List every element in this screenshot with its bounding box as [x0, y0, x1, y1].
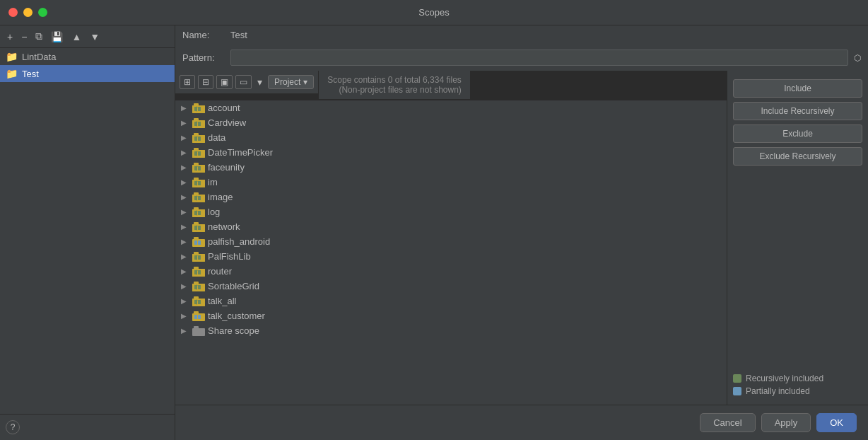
- exclude-recursively-button[interactable]: Exclude Recursively: [733, 147, 862, 166]
- remove-scope-button[interactable]: −: [18, 30, 30, 44]
- cancel-button[interactable]: Cancel: [700, 413, 755, 432]
- tree-arrow-icon: ▶: [181, 178, 189, 186]
- file-toolbar: ⊞ ⊟ ▣ ▭ ▾ Project ▾: [175, 71, 318, 93]
- svg-rect-48: [194, 196, 201, 197]
- flatten-packages-button[interactable]: ⊞: [180, 75, 195, 89]
- close-button[interactable]: [8, 8, 18, 17]
- tree-item[interactable]: ▶talk_customer: [175, 308, 727, 323]
- tree-arrow-icon: ▶: [181, 297, 189, 305]
- show-files-button[interactable]: ▭: [235, 75, 252, 89]
- pattern-label: Pattern:: [182, 52, 225, 63]
- name-row: Name: Test: [175, 25, 868, 45]
- tree-label: image: [208, 192, 233, 202]
- tree-item[interactable]: ▶SortableGrid: [175, 279, 727, 294]
- svg-rect-58: [194, 222, 199, 225]
- legend: Recursively included Partially included: [733, 374, 862, 396]
- titlebar-buttons: [8, 8, 47, 17]
- tree-item[interactable]: ▶Share scope: [175, 323, 727, 338]
- expand-button[interactable]: ⬡: [854, 53, 861, 63]
- scope-icon-lintdata: 📁: [6, 51, 18, 62]
- pattern-input[interactable]: [230, 50, 848, 66]
- svg-rect-27: [194, 151, 201, 152]
- legend-label-partially-included: Partially included: [746, 386, 810, 396]
- left-bottom: ?: [0, 414, 175, 440]
- scope-item-lintdata[interactable]: 📁 LintData: [0, 48, 175, 65]
- add-scope-button[interactable]: +: [4, 30, 16, 44]
- bottom-bar: Cancel Apply OK: [175, 405, 868, 440]
- tree-item[interactable]: ▶account: [175, 100, 727, 115]
- filter-button[interactable]: ▾: [254, 75, 265, 89]
- svg-rect-94: [194, 300, 201, 301]
- scope-info-line2: (Non-project files are not shown): [327, 85, 461, 95]
- include-recursively-button[interactable]: Include Recursively: [733, 102, 862, 120]
- svg-rect-41: [194, 181, 201, 182]
- tree-item[interactable]: ▶image: [175, 190, 727, 204]
- legend-item-partially-included: Partially included: [733, 386, 862, 396]
- tree-item[interactable]: ▶PalFishLib: [175, 249, 727, 264]
- svg-rect-37: [194, 178, 199, 180]
- svg-rect-69: [194, 252, 199, 255]
- legend-dot-green: [733, 374, 741, 383]
- tree-label: PalFishLib: [208, 251, 251, 262]
- copy-scope-button[interactable]: ⧉: [33, 29, 45, 44]
- tree-item[interactable]: ▶data: [175, 130, 727, 145]
- project-arrow-icon: ▾: [303, 77, 307, 87]
- legend-item-recursively-included: Recursively included: [733, 374, 862, 383]
- svg-rect-20: [194, 137, 201, 137]
- minimize-button[interactable]: [23, 8, 33, 17]
- file-tree: ▶account▶Cardview▶data▶DateTimePicker▶fa…: [175, 100, 727, 405]
- tree-label: talk_all: [208, 296, 236, 306]
- folder-icon: [192, 326, 205, 336]
- tree-arrow-icon: ▶: [181, 282, 189, 290]
- tree-item[interactable]: ▶router: [175, 264, 727, 279]
- svg-rect-87: [194, 285, 201, 286]
- svg-rect-13: [194, 122, 201, 122]
- svg-rect-44: [194, 192, 199, 195]
- maximize-button[interactable]: [38, 8, 47, 17]
- svg-rect-55: [194, 211, 201, 212]
- tree-arrow-icon: ▶: [181, 223, 189, 231]
- ok-button[interactable]: OK: [816, 413, 857, 432]
- folder-icon: [192, 118, 205, 128]
- exclude-button[interactable]: Exclude: [733, 125, 862, 143]
- titlebar: Scopes: [0, 0, 868, 25]
- help-button[interactable]: ?: [6, 420, 20, 434]
- folder-icon: [192, 192, 205, 202]
- folder-icon: [192, 237, 205, 247]
- top-info-row: ⊞ ⊟ ▣ ▭ ▾ Project ▾ Scope contains 0 of …: [175, 71, 727, 100]
- show-modules-button[interactable]: ▣: [216, 75, 233, 89]
- compact-middle-button[interactable]: ⊟: [198, 75, 213, 89]
- tree-item[interactable]: ▶im: [175, 175, 727, 190]
- tree-item[interactable]: ▶faceunity: [175, 160, 727, 175]
- tree-arrow-icon: ▶: [181, 267, 189, 275]
- folder-icon: [192, 282, 205, 291]
- tree-item[interactable]: ▶palfish_android: [175, 234, 727, 249]
- tree-item[interactable]: ▶DateTimePicker: [175, 145, 727, 160]
- svg-rect-97: [194, 315, 197, 319]
- tree-item[interactable]: ▶log: [175, 204, 727, 219]
- tree-label: account: [208, 103, 240, 113]
- right-sidebar: Include Include Recursively Exclude Excl…: [727, 71, 868, 405]
- folder-icon: [192, 207, 205, 217]
- tree-item[interactable]: ▶talk_all: [175, 294, 727, 308]
- folder-icon: [192, 103, 205, 113]
- svg-rect-23: [194, 148, 199, 151]
- move-down-button[interactable]: ▼: [87, 30, 102, 44]
- project-dropdown[interactable]: Project ▾: [268, 75, 314, 89]
- svg-rect-2: [194, 103, 199, 106]
- content-area: ⊞ ⊟ ▣ ▭ ▾ Project ▾ Scope contains 0 of …: [175, 71, 868, 405]
- tree-label: data: [208, 132, 225, 143]
- svg-rect-64: [194, 237, 199, 240]
- save-scope-button[interactable]: 💾: [48, 30, 66, 44]
- tree-item[interactable]: ▶Cardview: [175, 115, 727, 130]
- tree-item[interactable]: ▶network: [175, 219, 727, 234]
- scope-item-test[interactable]: 📁 Test: [0, 65, 175, 82]
- tree-label: palfish_android: [208, 236, 270, 247]
- tree-label: talk_customer: [208, 311, 265, 321]
- svg-rect-30: [194, 163, 199, 166]
- file-tree-area: ⊞ ⊟ ▣ ▭ ▾ Project ▾ Scope contains 0 of …: [175, 71, 727, 405]
- apply-button[interactable]: Apply: [761, 413, 811, 432]
- include-button[interactable]: Include: [733, 79, 862, 98]
- tree-arrow-icon: ▶: [181, 149, 189, 156]
- move-up-button[interactable]: ▲: [69, 30, 84, 44]
